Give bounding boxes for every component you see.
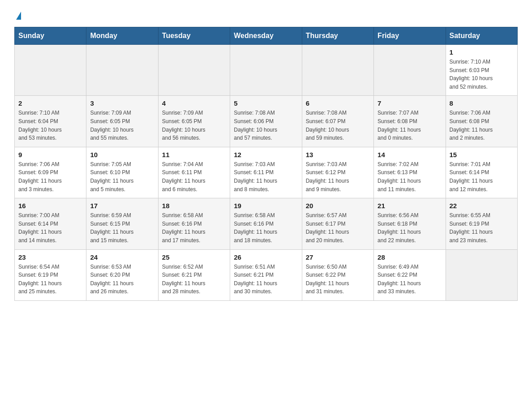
day-number: 18 bbox=[162, 202, 226, 210]
calendar-cell: 11Sunrise: 7:04 AM Sunset: 6:11 PM Dayli… bbox=[158, 147, 230, 198]
calendar-header-row: SundayMondayTuesdayWednesdayThursdayFrid… bbox=[15, 27, 518, 45]
day-number: 21 bbox=[378, 202, 442, 210]
calendar-cell: 19Sunrise: 6:58 AM Sunset: 6:16 PM Dayli… bbox=[230, 198, 302, 249]
calendar-cell: 27Sunrise: 6:50 AM Sunset: 6:22 PM Dayli… bbox=[302, 249, 373, 300]
day-number: 3 bbox=[90, 99, 154, 107]
calendar-cell: 14Sunrise: 7:02 AM Sunset: 6:13 PM Dayli… bbox=[374, 147, 446, 198]
calendar-cell: 22Sunrise: 6:55 AM Sunset: 6:19 PM Dayli… bbox=[446, 198, 517, 249]
day-info: Sunrise: 7:10 AM Sunset: 6:04 PM Dayligh… bbox=[18, 109, 82, 142]
day-number: 6 bbox=[306, 99, 370, 107]
calendar-cell bbox=[446, 249, 517, 300]
day-info: Sunrise: 6:59 AM Sunset: 6:15 PM Dayligh… bbox=[90, 211, 154, 244]
page-header bbox=[14, 11, 518, 20]
calendar-cell: 25Sunrise: 6:52 AM Sunset: 6:21 PM Dayli… bbox=[158, 249, 230, 300]
logo-triangle-icon bbox=[16, 12, 21, 20]
day-number: 12 bbox=[234, 151, 298, 158]
day-info: Sunrise: 6:51 AM Sunset: 6:21 PM Dayligh… bbox=[234, 263, 298, 296]
calendar-cell bbox=[374, 45, 446, 96]
day-info: Sunrise: 7:10 AM Sunset: 6:03 PM Dayligh… bbox=[450, 58, 514, 91]
calendar-cell: 13Sunrise: 7:03 AM Sunset: 6:12 PM Dayli… bbox=[302, 147, 373, 198]
day-header-monday: Monday bbox=[86, 27, 158, 45]
day-header-wednesday: Wednesday bbox=[230, 27, 302, 45]
day-number: 13 bbox=[306, 151, 370, 158]
day-info: Sunrise: 7:03 AM Sunset: 6:12 PM Dayligh… bbox=[306, 160, 370, 193]
day-info: Sunrise: 7:07 AM Sunset: 6:08 PM Dayligh… bbox=[378, 109, 442, 142]
calendar-cell bbox=[230, 45, 302, 96]
day-header-thursday: Thursday bbox=[302, 27, 373, 45]
calendar-table: SundayMondayTuesdayWednesdayThursdayFrid… bbox=[14, 27, 518, 301]
day-info: Sunrise: 7:09 AM Sunset: 6:05 PM Dayligh… bbox=[90, 109, 154, 142]
day-number: 19 bbox=[234, 202, 298, 210]
day-number: 7 bbox=[378, 99, 442, 107]
day-number: 2 bbox=[18, 99, 82, 107]
calendar-cell: 4Sunrise: 7:09 AM Sunset: 6:05 PM Daylig… bbox=[158, 96, 230, 147]
calendar-cell: 1Sunrise: 7:10 AM Sunset: 6:03 PM Daylig… bbox=[446, 45, 517, 96]
day-header-saturday: Saturday bbox=[446, 27, 517, 45]
day-info: Sunrise: 7:06 AM Sunset: 6:08 PM Dayligh… bbox=[450, 109, 514, 142]
day-info: Sunrise: 6:49 AM Sunset: 6:22 PM Dayligh… bbox=[378, 263, 442, 296]
calendar-cell: 18Sunrise: 6:58 AM Sunset: 6:16 PM Dayli… bbox=[158, 198, 230, 249]
day-info: Sunrise: 7:01 AM Sunset: 6:14 PM Dayligh… bbox=[450, 160, 514, 193]
day-number: 9 bbox=[18, 151, 82, 158]
day-info: Sunrise: 7:06 AM Sunset: 6:09 PM Dayligh… bbox=[18, 160, 82, 193]
day-number: 25 bbox=[162, 253, 226, 261]
calendar-cell bbox=[86, 45, 158, 96]
day-number: 24 bbox=[90, 253, 154, 261]
calendar-cell: 17Sunrise: 6:59 AM Sunset: 6:15 PM Dayli… bbox=[86, 198, 158, 249]
calendar-cell: 9Sunrise: 7:06 AM Sunset: 6:09 PM Daylig… bbox=[15, 147, 86, 198]
day-header-tuesday: Tuesday bbox=[158, 27, 230, 45]
day-info: Sunrise: 6:55 AM Sunset: 6:19 PM Dayligh… bbox=[450, 211, 514, 244]
day-info: Sunrise: 6:53 AM Sunset: 6:20 PM Dayligh… bbox=[90, 263, 154, 296]
day-header-sunday: Sunday bbox=[15, 27, 86, 45]
calendar-cell: 6Sunrise: 7:08 AM Sunset: 6:07 PM Daylig… bbox=[302, 96, 373, 147]
day-number: 5 bbox=[234, 99, 298, 107]
day-info: Sunrise: 6:54 AM Sunset: 6:19 PM Dayligh… bbox=[18, 263, 82, 296]
calendar-cell: 23Sunrise: 6:54 AM Sunset: 6:19 PM Dayli… bbox=[15, 249, 86, 300]
day-number: 22 bbox=[450, 202, 514, 210]
day-info: Sunrise: 7:09 AM Sunset: 6:05 PM Dayligh… bbox=[162, 109, 226, 142]
day-info: Sunrise: 6:52 AM Sunset: 6:21 PM Dayligh… bbox=[162, 263, 226, 296]
calendar-cell: 21Sunrise: 6:56 AM Sunset: 6:18 PM Dayli… bbox=[374, 198, 446, 249]
day-info: Sunrise: 6:58 AM Sunset: 6:16 PM Dayligh… bbox=[234, 211, 298, 244]
calendar-cell: 16Sunrise: 7:00 AM Sunset: 6:14 PM Dayli… bbox=[15, 198, 86, 249]
day-number: 1 bbox=[450, 48, 514, 56]
day-number: 4 bbox=[162, 99, 226, 107]
calendar-cell: 7Sunrise: 7:07 AM Sunset: 6:08 PM Daylig… bbox=[374, 96, 446, 147]
day-header-friday: Friday bbox=[374, 27, 446, 45]
calendar-cell: 2Sunrise: 7:10 AM Sunset: 6:04 PM Daylig… bbox=[15, 96, 86, 147]
day-number: 14 bbox=[378, 151, 442, 158]
calendar-cell: 20Sunrise: 6:57 AM Sunset: 6:17 PM Dayli… bbox=[302, 198, 373, 249]
day-number: 8 bbox=[450, 99, 514, 107]
calendar-cell bbox=[15, 45, 86, 96]
day-number: 11 bbox=[162, 151, 226, 158]
day-number: 28 bbox=[378, 253, 442, 261]
calendar-cell: 15Sunrise: 7:01 AM Sunset: 6:14 PM Dayli… bbox=[446, 147, 517, 198]
calendar-cell: 12Sunrise: 7:03 AM Sunset: 6:11 PM Dayli… bbox=[230, 147, 302, 198]
calendar-cell: 24Sunrise: 6:53 AM Sunset: 6:20 PM Dayli… bbox=[86, 249, 158, 300]
day-number: 27 bbox=[306, 253, 370, 261]
day-number: 20 bbox=[306, 202, 370, 210]
calendar-cell: 10Sunrise: 7:05 AM Sunset: 6:10 PM Dayli… bbox=[86, 147, 158, 198]
day-info: Sunrise: 6:56 AM Sunset: 6:18 PM Dayligh… bbox=[378, 211, 442, 244]
calendar-cell: 3Sunrise: 7:09 AM Sunset: 6:05 PM Daylig… bbox=[86, 96, 158, 147]
day-info: Sunrise: 7:05 AM Sunset: 6:10 PM Dayligh… bbox=[90, 160, 154, 193]
day-info: Sunrise: 7:00 AM Sunset: 6:14 PM Dayligh… bbox=[18, 211, 82, 244]
day-info: Sunrise: 7:08 AM Sunset: 6:06 PM Dayligh… bbox=[234, 109, 298, 142]
day-info: Sunrise: 7:08 AM Sunset: 6:07 PM Dayligh… bbox=[306, 109, 370, 142]
day-info: Sunrise: 7:03 AM Sunset: 6:11 PM Dayligh… bbox=[234, 160, 298, 193]
calendar-week-row: 23Sunrise: 6:54 AM Sunset: 6:19 PM Dayli… bbox=[15, 249, 518, 300]
calendar-cell bbox=[158, 45, 230, 96]
day-number: 17 bbox=[90, 202, 154, 210]
calendar-week-row: 9Sunrise: 7:06 AM Sunset: 6:09 PM Daylig… bbox=[15, 147, 518, 198]
calendar-cell: 28Sunrise: 6:49 AM Sunset: 6:22 PM Dayli… bbox=[374, 249, 446, 300]
day-number: 23 bbox=[18, 253, 82, 261]
day-info: Sunrise: 7:02 AM Sunset: 6:13 PM Dayligh… bbox=[378, 160, 442, 193]
calendar-week-row: 16Sunrise: 7:00 AM Sunset: 6:14 PM Dayli… bbox=[15, 198, 518, 249]
day-number: 10 bbox=[90, 151, 154, 158]
calendar-week-row: 1Sunrise: 7:10 AM Sunset: 6:03 PM Daylig… bbox=[15, 45, 518, 96]
calendar-cell bbox=[302, 45, 373, 96]
calendar-cell: 8Sunrise: 7:06 AM Sunset: 6:08 PM Daylig… bbox=[446, 96, 517, 147]
calendar-cell: 5Sunrise: 7:08 AM Sunset: 6:06 PM Daylig… bbox=[230, 96, 302, 147]
day-info: Sunrise: 6:58 AM Sunset: 6:16 PM Dayligh… bbox=[162, 211, 226, 244]
calendar-cell: 26Sunrise: 6:51 AM Sunset: 6:21 PM Dayli… bbox=[230, 249, 302, 300]
